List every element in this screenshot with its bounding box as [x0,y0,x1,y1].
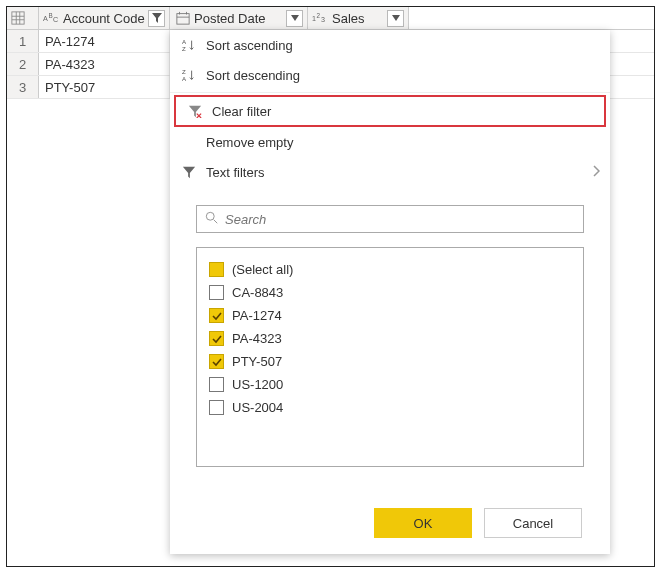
column-header-posted-date[interactable]: Posted Date [170,7,308,29]
chevron-right-icon [592,165,600,180]
filter-value-label: CA-8843 [232,285,283,300]
remove-empty-item[interactable]: Remove empty [170,127,610,157]
svg-rect-8 [177,14,189,25]
separator [170,92,610,93]
menu-label: Sort ascending [206,38,293,53]
filter-value-row[interactable]: PTY-507 [209,350,571,373]
sort-desc-icon: ZA [180,66,198,84]
highlight-annotation: Clear filter [174,95,606,127]
row-number: 3 [7,76,39,98]
sort-asc-icon: AZ [180,36,198,54]
svg-text:C: C [53,15,58,24]
filter-value-label: PA-4323 [232,331,282,346]
column-header-account-code[interactable]: ABC Account Code [39,7,170,29]
menu-label: Clear filter [212,104,271,119]
svg-rect-0 [12,12,24,24]
filter-value-label: PTY-507 [232,354,282,369]
filter-value-label: PA-1274 [232,308,282,323]
checkbox-unchecked[interactable] [209,400,224,415]
button-label: Cancel [513,516,553,531]
svg-text:Z: Z [182,68,186,75]
table-icon [11,11,25,25]
checkbox-checked[interactable] [209,331,224,346]
filter-value-label: (Select all) [232,262,293,277]
filter-values-list: (Select all) CA-8843 PA-1274 PA-4323 PTY… [196,247,584,467]
funnel-icon [180,163,198,181]
filter-dropdown-panel: AZ Sort ascending ZA Sort descending Cle… [170,30,610,554]
search-icon [205,211,219,228]
checkbox-unchecked[interactable] [209,377,224,392]
sort-ascending-item[interactable]: AZ Sort ascending [170,30,610,60]
checkbox-checked[interactable] [209,354,224,369]
svg-text:2: 2 [317,12,321,19]
menu-label: Sort descending [206,68,300,83]
row-number: 1 [7,30,39,52]
filter-value-row[interactable]: PA-4323 [209,327,571,350]
row-number: 2 [7,53,39,75]
filter-dropdown-button[interactable] [387,10,404,27]
svg-text:B: B [48,12,52,19]
svg-text:1: 1 [312,14,316,23]
search-input[interactable] [225,212,575,227]
svg-text:3: 3 [321,15,325,24]
number-type-icon: 123 [312,10,330,26]
column-label: Sales [332,11,387,26]
filter-value-row[interactable]: (Select all) [209,258,571,281]
sort-descending-item[interactable]: ZA Sort descending [170,60,610,90]
text-filters-item[interactable]: Text filters [170,157,610,187]
column-header-sales[interactable]: 123 Sales [308,7,409,29]
chevron-down-icon [291,15,299,21]
filter-dropdown-button[interactable] [286,10,303,27]
checkbox-partial[interactable] [209,262,224,277]
clear-filter-icon [186,102,204,120]
svg-text:A: A [182,38,187,45]
filter-value-label: US-1200 [232,377,283,392]
svg-line-20 [214,219,218,223]
button-label: OK [414,516,433,531]
menu-label: Remove empty [206,135,293,150]
svg-text:Z: Z [182,45,186,52]
svg-point-19 [206,212,214,220]
column-header-row: ABC Account Code Posted Date 123 Sales [7,7,654,30]
cancel-button[interactable]: Cancel [484,508,582,538]
cell-account-code[interactable]: PTY-507 [39,76,170,98]
clear-filter-item[interactable]: Clear filter [176,97,604,125]
blank-icon [180,133,198,151]
filter-value-row[interactable]: US-1200 [209,373,571,396]
svg-text:A: A [43,14,48,23]
menu-label: Text filters [206,165,265,180]
cell-account-code[interactable]: PA-4323 [39,53,170,75]
filter-value-label: US-2004 [232,400,283,415]
cell-account-code[interactable]: PA-1274 [39,30,170,52]
filter-dropdown-button[interactable] [148,10,165,27]
dialog-buttons: OK Cancel [374,508,582,538]
search-box[interactable] [196,205,584,233]
filter-active-icon [152,13,162,23]
ok-button[interactable]: OK [374,508,472,538]
chevron-down-icon [392,15,400,21]
checkbox-unchecked[interactable] [209,285,224,300]
filter-value-row[interactable]: US-2004 [209,396,571,419]
svg-text:A: A [182,75,187,82]
date-type-icon [174,10,192,26]
checkbox-checked[interactable] [209,308,224,323]
row-gutter-header [7,7,39,29]
column-label: Account Code [63,11,148,26]
column-label: Posted Date [194,11,286,26]
filter-value-row[interactable]: CA-8843 [209,281,571,304]
text-type-icon: ABC [43,10,61,26]
filter-value-row[interactable]: PA-1274 [209,304,571,327]
